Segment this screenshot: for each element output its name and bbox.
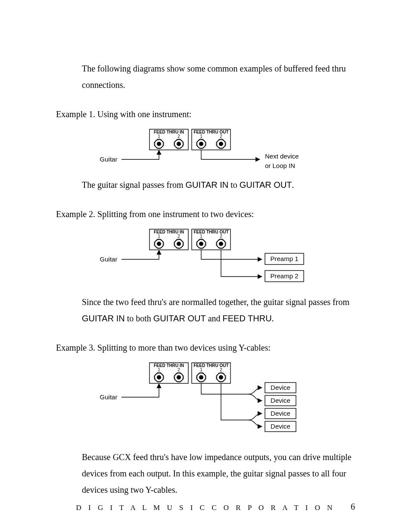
example1-heading: Example 1. Using with one instrument: [56, 106, 355, 122]
svg-text:Guitar: Guitar [100, 156, 118, 163]
svg-text:Device: Device [271, 423, 290, 430]
example2-body: Since the two feed thru's are normalled … [82, 294, 355, 327]
diagram-3: FEED THRU IN FEED THRU OUT 1 2 1 2 Guita… [89, 358, 322, 445]
svg-text:Guitar: Guitar [100, 255, 118, 263]
svg-text:1: 1 [158, 134, 160, 139]
footer-text: D I G I T A L M U S I C C O R P O R A T … [0, 501, 411, 515]
svg-text:Device: Device [271, 384, 290, 391]
svg-text:Next device: Next device [265, 152, 299, 160]
svg-text:FEED THRU OUT: FEED THRU OUT [193, 363, 228, 368]
svg-text:Device: Device [271, 397, 290, 404]
example3-heading: Example 3. Splitting to more than two de… [56, 339, 355, 356]
svg-text:2: 2 [220, 134, 222, 139]
svg-text:2: 2 [220, 367, 222, 372]
svg-text:or Loop IN: or Loop IN [265, 162, 295, 169]
svg-text:1: 1 [200, 367, 202, 372]
diagram-1: FEED THRU IN FEED THRU OUT 1 2 1 2 Guita… [89, 125, 322, 172]
svg-text:Preamp 1: Preamp 1 [270, 255, 298, 262]
intro-text: The following diagrams show some common … [82, 60, 355, 93]
svg-text:Preamp 2: Preamp 2 [270, 272, 298, 280]
svg-text:2: 2 [177, 234, 180, 239]
svg-text:FEED THRU OUT: FEED THRU OUT [193, 230, 228, 234]
svg-text:1: 1 [158, 367, 160, 372]
svg-text:2: 2 [177, 367, 180, 372]
svg-text:Guitar: Guitar [100, 393, 118, 401]
svg-text:1: 1 [158, 234, 160, 239]
diagram-2: FEED THRU IN FEED THRU OUT 1 2 1 2 Guita… [89, 225, 322, 289]
example2-heading: Example 2. Splitting from one instrument… [56, 206, 355, 222]
svg-text:1: 1 [200, 134, 202, 139]
svg-text:2: 2 [220, 234, 222, 239]
svg-text:2: 2 [177, 134, 180, 139]
svg-text:Device: Device [271, 410, 290, 417]
example1-body: The guitar signal passes from GUITAR IN … [82, 177, 355, 193]
svg-text:FEED THRU OUT: FEED THRU OUT [193, 130, 228, 134]
svg-text:1: 1 [200, 234, 202, 239]
page-number: 6 [351, 498, 355, 515]
example3-body: Because GCX feed thru's have low impedan… [82, 449, 355, 498]
